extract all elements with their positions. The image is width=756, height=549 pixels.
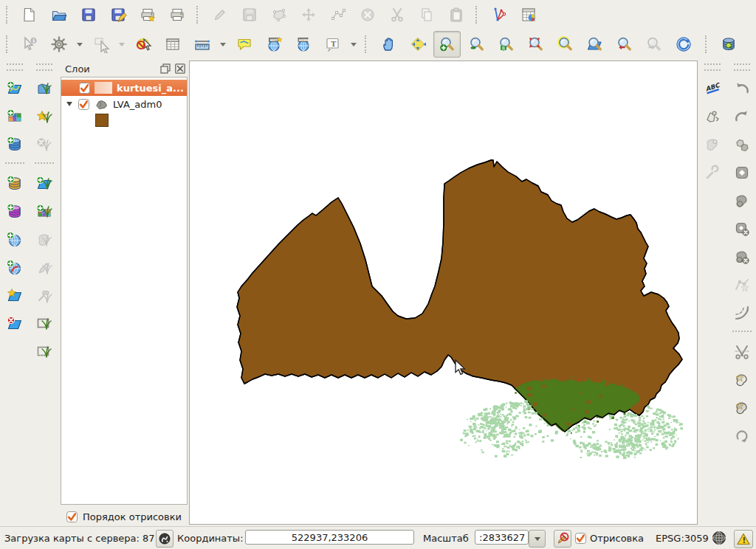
label-properties-button[interactable]: [698, 159, 726, 186]
new-shapefile-layer-button[interactable]: [1, 283, 29, 309]
toggle-editing-button[interactable]: [206, 1, 233, 28]
actions-gear-button[interactable]: [45, 31, 72, 58]
map-canvas[interactable]: [189, 61, 698, 525]
new-print-composer-button[interactable]: [134, 1, 161, 28]
add-postgis-layer-button[interactable]: [1, 131, 29, 158]
deselect-features-button[interactable]: [129, 31, 157, 58]
layer-visibility-checkbox[interactable]: [78, 99, 89, 110]
new-bookmark-button[interactable]: HOT: [260, 31, 287, 58]
add-mssql-layer-button[interactable]: [1, 198, 29, 225]
grass-edit-vector-button[interactable]: [31, 255, 58, 281]
toolbar-handle[interactable]: [734, 63, 750, 71]
refresh-map-button[interactable]: [670, 31, 697, 58]
delete-selected-button[interactable]: [354, 1, 381, 28]
node-tool-button[interactable]: [324, 1, 351, 28]
toolbar-handle[interactable]: [36, 63, 52, 71]
map-tips-button[interactable]: [230, 31, 258, 58]
save-project-button[interactable]: [75, 1, 102, 28]
grass-region-display-button[interactable]: [31, 311, 58, 337]
reshape-features-button[interactable]: [728, 367, 755, 393]
close-panel-button[interactable]: [174, 63, 185, 75]
grass-region-edit-button[interactable]: [31, 339, 58, 365]
grass-new-mapset-button[interactable]: [31, 103, 58, 130]
layer-order-checkbox[interactable]: [66, 511, 78, 522]
scale-dropdown-button[interactable]: [529, 530, 546, 548]
add-vector-layer-button[interactable]: [1, 75, 29, 102]
layer-expander[interactable]: [66, 102, 72, 106]
layer-visibility-checkbox[interactable]: [79, 83, 90, 94]
copy-features-button[interactable]: [413, 1, 440, 28]
save-edits-button[interactable]: [236, 1, 263, 28]
pan-map-button[interactable]: [374, 31, 402, 58]
redo-button[interactable]: [728, 103, 755, 130]
statistics-table-button[interactable]: [515, 1, 542, 28]
move-label-button[interactable]: [698, 103, 726, 130]
new-project-button[interactable]: [16, 1, 43, 28]
fill-ring-button[interactable]: [728, 395, 755, 421]
save-project-as-button[interactable]: [104, 1, 131, 28]
zoom-to-layer-button[interactable]: [551, 31, 579, 58]
text-annotation-dropdown[interactable]: [348, 32, 359, 56]
add-part-button[interactable]: [728, 187, 755, 214]
grass-close-mapset-button[interactable]: [31, 131, 58, 158]
rotate-point-symbols-button[interactable]: [728, 423, 755, 449]
crs-globe-button[interactable]: [712, 527, 726, 549]
measure-dropdown[interactable]: [218, 32, 228, 56]
add-wfs-layer-button[interactable]: [1, 255, 29, 281]
delete-part-button[interactable]: [728, 244, 755, 270]
measure-button[interactable]: [188, 31, 216, 58]
float-panel-button[interactable]: [159, 63, 171, 75]
undo-button[interactable]: [728, 75, 755, 102]
toolbar-handle[interactable]: [6, 6, 10, 24]
open-attribute-table-button[interactable]: [159, 31, 186, 58]
identify-button[interactable]: i: [16, 31, 43, 58]
actions-gear-dropdown[interactable]: [75, 32, 85, 56]
select-features-button[interactable]: [87, 31, 114, 58]
cut-features-button[interactable]: [383, 1, 410, 28]
pan-to-selection-button[interactable]: [404, 31, 431, 58]
zoom-to-selection-button[interactable]: [522, 31, 549, 58]
merge-features-button[interactable]: [728, 272, 755, 298]
add-ring-button[interactable]: [728, 159, 755, 186]
open-project-button[interactable]: [45, 1, 72, 28]
grass-add-vector-layer-button[interactable]: [31, 170, 58, 197]
select-features-dropdown[interactable]: [117, 32, 127, 56]
composer-manager-button[interactable]: [163, 1, 190, 28]
messages-warning-button[interactable]: !: [734, 530, 753, 548]
remove-layer-button[interactable]: [1, 311, 29, 337]
delete-ring-button[interactable]: [728, 215, 755, 242]
stop-map-loading-button[interactable]: [156, 530, 173, 548]
render-checkbox[interactable]: [575, 533, 586, 544]
coordinates-field[interactable]: 522937,233206: [245, 530, 414, 545]
add-raster-layer-button[interactable]: [1, 103, 29, 130]
grass-open-mapset-button[interactable]: [31, 75, 58, 102]
zoom-native-button[interactable]: [492, 31, 520, 58]
grass-new-vector-button[interactable]: [31, 283, 58, 309]
layer-row[interactable]: LVA_adm0: [61, 96, 187, 112]
topology-checker-button[interactable]: [485, 1, 512, 28]
add-wms-layer-button[interactable]: [1, 227, 29, 253]
move-feature-button[interactable]: [295, 1, 322, 28]
grass-open-tools-button[interactable]: [31, 227, 58, 253]
db-manager-button[interactable]: [715, 31, 742, 58]
split-features-button[interactable]: [728, 339, 755, 365]
change-label-button[interactable]: [698, 131, 726, 158]
toolbar-handle[interactable]: [7, 63, 23, 71]
paste-features-button[interactable]: [442, 1, 470, 28]
zoom-in-button[interactable]: [433, 31, 461, 58]
text-annotation-button[interactable]: T: [319, 31, 346, 58]
show-bookmarks-button[interactable]: HOME: [289, 31, 317, 58]
simplify-feature-button[interactable]: [728, 131, 755, 158]
add-spatialite-layer-button[interactable]: [1, 170, 29, 197]
zoom-full-button[interactable]: [581, 31, 608, 58]
capture-polygon-button[interactable]: [265, 1, 292, 28]
offset-curve-button[interactable]: [728, 300, 755, 326]
toolbar-handle[interactable]: [6, 35, 10, 53]
layer-row[interactable]: kurtuesi_a...: [61, 80, 187, 96]
zoom-last-button[interactable]: [611, 31, 638, 58]
labeling-button[interactable]: ABC: [698, 75, 726, 102]
zoom-out-button[interactable]: [463, 31, 490, 58]
toolbar-handle[interactable]: [705, 35, 709, 53]
grass-add-raster-layer-button[interactable]: [31, 198, 58, 225]
toolbar-handle[interactable]: [704, 63, 721, 71]
